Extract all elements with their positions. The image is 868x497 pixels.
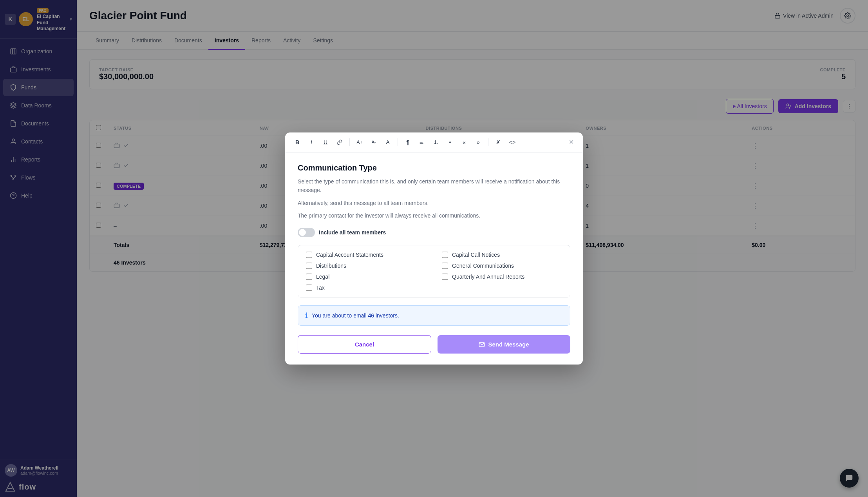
underline-button[interactable]: U [320, 136, 331, 148]
link-button[interactable] [334, 136, 345, 148]
font-color-button[interactable]: A [382, 136, 394, 148]
close-button[interactable]: ✕ [566, 137, 577, 148]
code-button[interactable]: <> [506, 136, 518, 148]
send-label: Send Message [488, 341, 529, 348]
bullet-list-button[interactable]: • [444, 136, 456, 148]
general-comms-checkbox[interactable] [442, 263, 448, 269]
indent-right-button[interactable]: » [472, 136, 484, 148]
modal-footer: Cancel Send Message [298, 335, 570, 354]
checkbox-quarterly-annual: Quarterly And Annual Reports [442, 274, 562, 280]
investor-count-info: ℹ You are about to email 46 investors. [298, 305, 570, 326]
rte-toolbar: B I U A+ A- A ¶ 1. • « » ✗ <> ✕ [285, 132, 583, 152]
checkbox-tax: Tax [306, 285, 426, 291]
info-icon: ℹ [305, 311, 308, 320]
modal-body: Communication Type Select the type of co… [285, 152, 583, 365]
modal-desc-1: Select the type of communication this is… [298, 177, 570, 195]
capital-call-checkbox[interactable] [442, 252, 448, 258]
checkbox-distributions: Distributions [306, 263, 426, 269]
checkbox-general-comms: General Communications [442, 263, 562, 269]
tax-label: Tax [316, 285, 325, 291]
align-left-icon [419, 140, 425, 145]
quarterly-annual-label: Quarterly And Annual Reports [452, 274, 524, 280]
font-size-up-button[interactable]: A+ [354, 136, 365, 148]
modal-title: Communication Type [298, 163, 570, 172]
legal-label: Legal [316, 274, 329, 280]
modal-overlay[interactable]: B I U A+ A- A ¶ 1. • « » ✗ <> ✕ C [0, 0, 868, 497]
checkbox-capital-call: Capital Call Notices [442, 252, 562, 258]
indent-left-button[interactable]: « [458, 136, 470, 148]
toggle-thumb [299, 229, 306, 236]
checkbox-capital-account: Capital Account Statements [306, 252, 426, 258]
quarterly-annual-checkbox[interactable] [442, 274, 448, 280]
send-message-button[interactable]: Send Message [438, 335, 570, 354]
distributions-label: Distributions [316, 263, 346, 269]
link-icon [337, 140, 342, 145]
communication-type-modal: B I U A+ A- A ¶ 1. • « » ✗ <> ✕ C [285, 132, 583, 365]
tax-checkbox[interactable] [306, 285, 312, 291]
clear-format-button[interactable]: ✗ [492, 136, 504, 148]
modal-desc-3: The primary contact for the investor wil… [298, 211, 570, 220]
capital-account-label: Capital Account Statements [316, 252, 383, 258]
general-comms-label: General Communications [452, 263, 514, 269]
include-team-toggle[interactable] [298, 228, 315, 237]
legal-checkbox[interactable] [306, 274, 312, 280]
align-left-button[interactable] [416, 136, 428, 148]
distributions-checkbox[interactable] [306, 263, 312, 269]
modal-desc-2: Alternatively, send this message to all … [298, 199, 570, 207]
mail-icon [479, 341, 485, 348]
ordered-list-button[interactable]: 1. [430, 136, 442, 148]
font-size-down-button[interactable]: A- [368, 136, 380, 148]
info-text: You are about to email 46 investors. [312, 312, 399, 319]
info-prefix: You are about to email [312, 312, 368, 319]
info-suffix: investors. [374, 312, 399, 319]
toggle-label: Include all team members [319, 229, 386, 236]
italic-button[interactable]: I [306, 136, 317, 148]
checkbox-legal: Legal [306, 274, 426, 280]
capital-call-label: Capital Call Notices [452, 252, 500, 258]
cancel-button[interactable]: Cancel [298, 335, 431, 354]
toggle-row: Include all team members [298, 228, 570, 237]
capital-account-checkbox[interactable] [306, 252, 312, 258]
communication-type-checkboxes: Capital Account Statements Capital Call … [298, 245, 570, 297]
info-count: 46 [368, 312, 374, 319]
paragraph-button[interactable]: ¶ [402, 136, 414, 148]
bold-button[interactable]: B [291, 136, 303, 148]
